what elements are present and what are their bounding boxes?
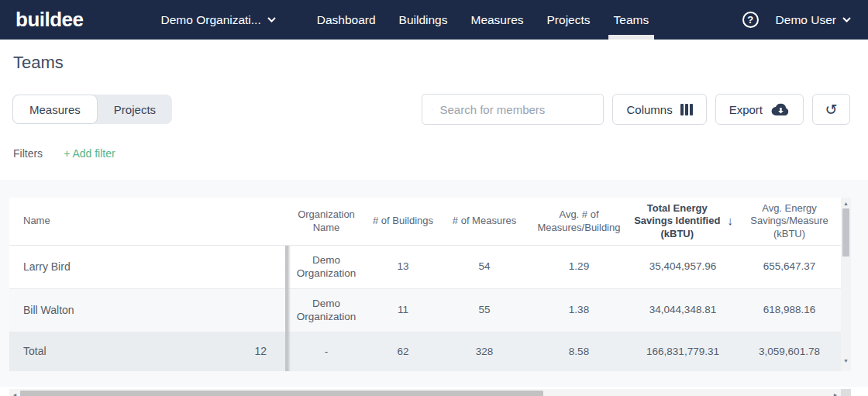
cell-avg-energy: 655,647.37: [738, 246, 841, 288]
header-name[interactable]: Name: [9, 198, 285, 245]
scrollbar-corner: [841, 389, 851, 396]
search-box: [422, 94, 604, 125]
nav-item-teams[interactable]: Teams: [602, 0, 661, 40]
cell-measures: 54: [439, 246, 530, 288]
cell-org: Demo Organization: [285, 246, 367, 288]
scroll-right-icon[interactable]: ►: [830, 389, 841, 396]
members-grid: Name Organization Name # of Buildings # …: [9, 198, 851, 371]
user-name: Demo User: [776, 13, 836, 27]
cloud-download-icon: [770, 103, 790, 116]
nav-item-measures[interactable]: Measures: [459, 0, 535, 40]
tab-measures[interactable]: Measures: [12, 95, 98, 124]
header-avg-energy-savings[interactable]: Avg. Energy Savings/Measure (kBTU): [738, 198, 841, 245]
horizontal-scrollbar-thumb[interactable]: [20, 391, 543, 396]
header-num-measures[interactable]: # of Measures: [439, 198, 530, 245]
search-icon: [432, 103, 432, 116]
add-filter-button[interactable]: + Add filter: [64, 147, 115, 160]
cell-avg-measures: 1.29: [530, 246, 628, 288]
measures-projects-toggle: Measures Projects: [12, 95, 172, 124]
grid-header-row: Name Organization Name # of Buildings # …: [9, 198, 841, 246]
columns-button[interactable]: Columns: [612, 94, 706, 125]
cell-org: -: [285, 332, 367, 371]
cell-avg-energy: 618,988.16: [738, 289, 841, 332]
scroll-left-icon[interactable]: ◄: [9, 389, 20, 396]
cell-total-energy: 35,404,957.96: [628, 246, 738, 288]
pinned-column-divider: [285, 246, 291, 371]
filters-label: Filters: [13, 147, 43, 160]
table-row[interactable]: Larry Bird Demo Organization 13 54 1.29 …: [9, 246, 841, 289]
active-tab-underline: [608, 35, 655, 40]
top-navbar: buildee Demo Organizati... Dashboard Bui…: [0, 0, 868, 40]
cell-name: Larry Bird: [9, 246, 285, 288]
header-total-energy-savings[interactable]: Total Energy Savings Identified (kBTU) ↓: [628, 198, 738, 245]
scroll-down-icon[interactable]: ▼: [841, 356, 851, 365]
cell-buildings: 11: [367, 289, 439, 332]
navbar-right: ? Demo User: [742, 0, 851, 40]
cell-total-energy: 34,044,348.81: [628, 289, 738, 332]
organization-selector[interactable]: Demo Organizati...: [161, 0, 276, 40]
table-row[interactable]: Bill Walton Demo Organization 11 55 1.38…: [9, 289, 841, 332]
table-section: Name Organization Name # of Buildings # …: [0, 180, 868, 387]
refresh-button[interactable]: ↺: [812, 94, 850, 125]
vertical-scrollbar[interactable]: ▲ ▼: [841, 198, 851, 371]
cell-measures: 328: [439, 332, 530, 371]
organization-selector-label: Demo Organizati...: [161, 13, 261, 27]
cell-total-energy: 166,831,779.31: [628, 332, 738, 371]
cell-name: Bill Walton: [9, 289, 285, 332]
cell-measures: 55: [439, 289, 530, 332]
sort-desc-icon[interactable]: ↓: [728, 214, 734, 229]
cell-buildings: 13: [367, 246, 439, 288]
help-icon[interactable]: ?: [742, 12, 759, 28]
user-menu[interactable]: Demo User: [776, 13, 851, 27]
search-input[interactable]: [439, 103, 594, 116]
page-title: Teams: [13, 53, 64, 73]
cell-org: Demo Organization: [285, 289, 367, 332]
filters-row: Filters + Add filter: [13, 147, 115, 160]
header-num-buildings[interactable]: # of Buildings: [367, 198, 439, 245]
toolbar-actions: Columns Export ↺: [422, 94, 850, 125]
total-count: 12: [254, 345, 267, 359]
cell-total-label: Total 12: [9, 332, 285, 371]
export-button[interactable]: Export: [715, 94, 804, 125]
cell-avg-measures: 1.38: [530, 289, 628, 332]
chevron-down-icon: [842, 17, 851, 22]
toolbar: Measures Projects Columns Export ↺: [12, 94, 850, 125]
vertical-scrollbar-thumb[interactable]: [842, 208, 849, 257]
scroll-up-icon[interactable]: ▲: [841, 198, 851, 208]
refresh-icon: ↺: [825, 101, 838, 119]
cell-avg-measures: 8.58: [530, 332, 628, 371]
primary-nav: Dashboard Buildings Measures Projects Te…: [305, 0, 660, 40]
horizontal-scrollbar[interactable]: ◄ ►: [9, 389, 841, 396]
buildee-logo[interactable]: buildee: [16, 0, 84, 40]
cell-buildings: 62: [367, 332, 439, 371]
columns-icon: [680, 104, 693, 115]
nav-item-projects[interactable]: Projects: [536, 0, 602, 40]
tab-projects[interactable]: Projects: [98, 95, 172, 124]
chevron-down-icon: [267, 17, 276, 22]
header-avg-measures-building[interactable]: Avg. # of Measures/Building: [530, 198, 628, 245]
cell-avg-energy: 3,059,601.78: [738, 332, 841, 371]
total-row: Total 12 - 62 328 8.58 166,831,779.31 3,…: [9, 332, 841, 371]
nav-item-buildings[interactable]: Buildings: [388, 0, 460, 40]
nav-item-dashboard[interactable]: Dashboard: [305, 0, 388, 40]
header-organization-name[interactable]: Organization Name: [285, 198, 367, 245]
